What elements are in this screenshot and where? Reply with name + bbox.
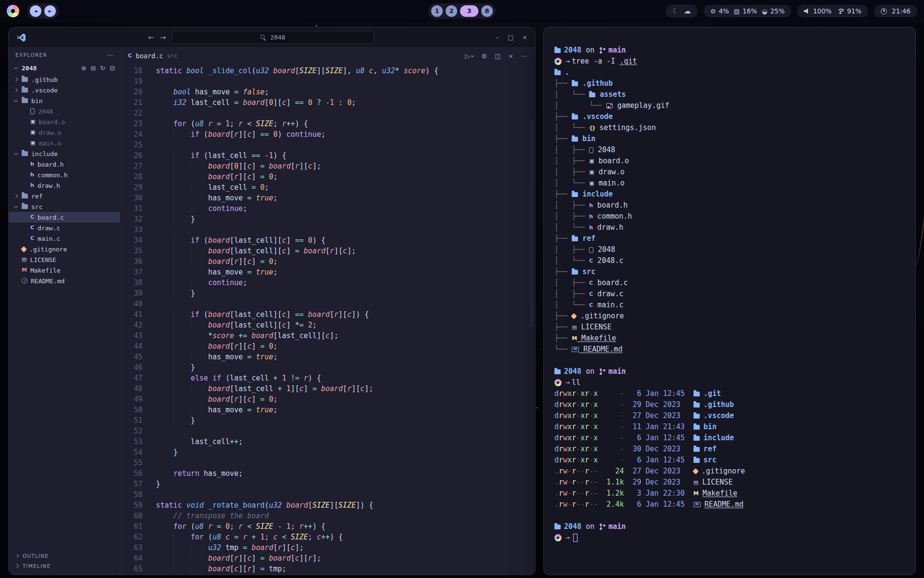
explorer-root-folder[interactable]: 2048 ⊕ ⊞ ↻ ⊟: [9, 62, 120, 74]
code-line[interactable]: 36 board[r][c] = 0;: [120, 257, 535, 268]
code-line[interactable]: 63 u32 tmp = board[r][c];: [120, 543, 535, 554]
code-line[interactable]: 34 if (board[last_cell][c] == 0) {: [120, 236, 535, 247]
new-folder-icon[interactable]: ⊞: [90, 65, 96, 72]
explorer-item-common.h[interactable]: hcommon.h: [9, 170, 120, 180]
close-button[interactable]: ×: [522, 34, 527, 41]
explorer-item-board.o[interactable]: ▣board.o: [9, 117, 120, 127]
code-line[interactable]: 48 board[last_cell + 1][c] = board[r][c]…: [120, 384, 535, 395]
run-button[interactable]: ▷: [465, 53, 474, 60]
close-tab-icon[interactable]: ×: [508, 53, 513, 60]
explorer-item-2048[interactable]: 2048: [9, 106, 120, 117]
code-line[interactable]: 28 board[r][c] = 0;: [120, 172, 535, 183]
code-line[interactable]: 47 else if (last_cell + 1 != r) {: [120, 374, 535, 384]
code-line[interactable]: 32 }: [120, 215, 535, 225]
editor-more-icon[interactable]: ⋯: [521, 53, 527, 60]
code-line[interactable]: 25: [120, 141, 535, 151]
media-prev-button[interactable]: ◄: [30, 5, 41, 17]
code-line[interactable]: 60 // transpose the board: [120, 512, 535, 522]
nav-back-button[interactable]: ←: [148, 33, 154, 42]
code-line[interactable]: 22: [120, 109, 535, 119]
code-line[interactable]: 53 last_cell++;: [120, 437, 535, 448]
outline-panel[interactable]: OUTLINE: [9, 551, 120, 561]
settings-gear-icon[interactable]: ⚙: [481, 53, 487, 60]
code-line[interactable]: 65 board[c][r] = tmp;: [120, 565, 535, 575]
media-next-button[interactable]: ►: [44, 5, 56, 17]
workspace-2-button[interactable]: 2: [446, 5, 457, 17]
code-line[interactable]: 40: [120, 300, 535, 310]
explorer-item-src[interactable]: src: [9, 201, 120, 212]
workspace-8-button[interactable]: 8: [481, 5, 493, 17]
code-line[interactable]: 59static void _rotate_board(u32 board[SI…: [120, 501, 535, 512]
code-line[interactable]: 56 return has_move;: [120, 469, 535, 480]
minimize-button[interactable]: –: [496, 34, 499, 41]
explorer-item-board.c[interactable]: Cboard.c: [9, 212, 120, 223]
explorer-item-main.o[interactable]: ▣main.o: [9, 138, 120, 148]
code-line[interactable]: 35 board[last_cell][c] = board[r][c];: [120, 247, 535, 257]
code-line[interactable]: 20 bool has_move = false;: [120, 88, 535, 98]
code-line[interactable]: 18static bool _slide_col(u32 board[SIZE]…: [120, 66, 535, 77]
code-line[interactable]: 54 }: [120, 448, 535, 459]
timeline-panel[interactable]: TIMELINE: [9, 561, 120, 571]
code-line[interactable]: 39 }: [120, 289, 535, 300]
explorer-item-Makefile[interactable]: MMakefile: [9, 265, 120, 276]
code-line[interactable]: 37 has_move = true;: [120, 268, 535, 278]
code-line[interactable]: 41 if (board[last_cell][c] == board[r][c…: [120, 310, 535, 321]
code-line[interactable]: 30 has_move = true;: [120, 194, 535, 204]
code-line[interactable]: 64 board[r][c] = board[c][r];: [120, 554, 535, 565]
workspace-3-button[interactable]: 3: [460, 5, 478, 17]
code-line[interactable]: 50 has_move = true;: [120, 406, 535, 416]
code-line[interactable]: 52: [120, 427, 535, 437]
code-line[interactable]: 45 has_move = true;: [120, 353, 535, 363]
terminal-cursor[interactable]: [573, 534, 578, 542]
code-editor[interactable]: 18static bool _slide_col(u32 board[SIZE]…: [120, 64, 535, 575]
code-line[interactable]: 23 for (u8 r = 1; r < SIZE; r++) {: [120, 119, 535, 130]
command-center-search[interactable]: 2048: [172, 31, 374, 44]
explorer-item-.github[interactable]: .github: [9, 74, 120, 85]
explorer-item-README.md[interactable]: iREADME.md: [9, 276, 120, 286]
code-line[interactable]: 29 last_cell = 0;: [120, 183, 535, 194]
launcher-icon[interactable]: [7, 5, 19, 17]
editor-scrollbar[interactable]: [530, 120, 534, 327]
explorer-item-.vscode[interactable]: .vscode: [9, 85, 120, 95]
code-line[interactable]: 19: [120, 77, 535, 88]
explorer-item-include[interactable]: include: [9, 148, 120, 159]
code-line[interactable]: 49 board[r][c] = 0;: [120, 395, 535, 406]
code-line[interactable]: 46 }: [120, 363, 535, 374]
maximize-button[interactable]: □: [508, 34, 513, 41]
code-line[interactable]: 33: [120, 225, 535, 236]
clock-widget[interactable]: 21:46: [874, 5, 917, 17]
terminal-window[interactable]: 2048 onmain→tree -a -I .git .├── .github…: [543, 27, 916, 575]
code-line[interactable]: 21 i32 last_cell = board[0][c] == 0 ? -1…: [120, 98, 535, 109]
split-editor-icon[interactable]: ◫: [495, 53, 500, 60]
code-line[interactable]: 27 board[0][c] = board[r][c];: [120, 162, 535, 172]
explorer-item-ref[interactable]: ref: [9, 191, 120, 201]
explorer-item-.gitignore[interactable]: .gitignore: [9, 244, 120, 254]
code-line[interactable]: 62 for (u8 c = r + 1; c < SIZE; c++) {: [120, 533, 535, 543]
new-file-icon[interactable]: ⊕: [81, 65, 86, 72]
explorer-item-draw.h[interactable]: hdraw.h: [9, 180, 120, 191]
code-line[interactable]: 44 board[r][c] = 0;: [120, 342, 535, 353]
vscode-window[interactable]: ← → 2048 – □ × EXPLORER ⋯ 2048 ⊕ ⊞ ↻: [8, 27, 536, 575]
system-stats-widget[interactable]: ⚙4%▤16%◒25%: [704, 5, 792, 17]
code-line[interactable]: 61 for (u8 r = 0; r < SIZE - 1; r++) {: [120, 522, 535, 533]
code-line[interactable]: 57}: [120, 480, 535, 490]
weather-widget[interactable]: ☾ ☁: [666, 4, 697, 18]
code-line[interactable]: 42 board[last_cell][c] *= 2;: [120, 321, 535, 331]
refresh-icon[interactable]: ↻: [100, 65, 105, 72]
explorer-item-main.c[interactable]: Cmain.c: [9, 233, 120, 244]
code-line[interactable]: 43 *score += board[last_cell][c];: [120, 331, 535, 342]
code-line[interactable]: 31 continue;: [120, 204, 535, 215]
tab-board-c[interactable]: C board.c src: [128, 52, 178, 60]
explorer-more-actions-icon[interactable]: ⋯: [107, 52, 113, 59]
code-line[interactable]: 24 if (board[r][c] == 0) continue;: [120, 130, 535, 141]
code-line[interactable]: 26 if (last_cell == -1) {: [120, 151, 535, 162]
explorer-item-bin[interactable]: bin: [9, 95, 120, 106]
code-line[interactable]: 58: [120, 490, 535, 501]
explorer-item-draw.o[interactable]: ▣draw.o: [9, 127, 120, 138]
code-line[interactable]: 51 }: [120, 416, 535, 427]
explorer-item-draw.c[interactable]: Cdraw.c: [9, 223, 120, 233]
code-line[interactable]: 38 continue;: [120, 278, 535, 289]
workspace-1-button[interactable]: 1: [431, 5, 443, 17]
explorer-item-LICENSE[interactable]: ▤LICENSE: [9, 254, 120, 265]
collapse-all-icon[interactable]: ⊟: [110, 65, 115, 72]
